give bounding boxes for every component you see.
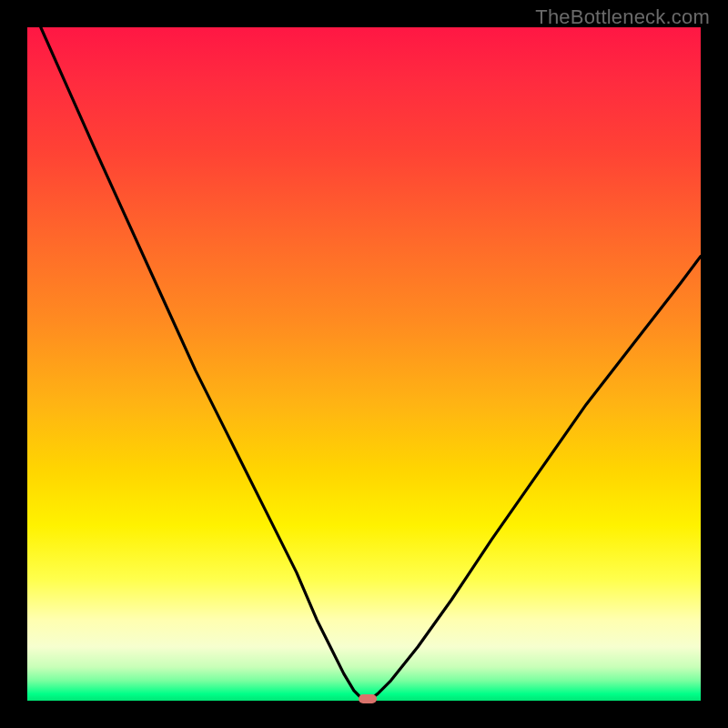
plot-area	[27, 27, 701, 701]
chart-container: TheBottleneck.com	[0, 0, 728, 728]
watermark-text: TheBottleneck.com	[535, 5, 710, 29]
minimum-marker	[359, 694, 377, 703]
bottleneck-curve	[41, 27, 701, 699]
curve-svg	[27, 27, 701, 701]
